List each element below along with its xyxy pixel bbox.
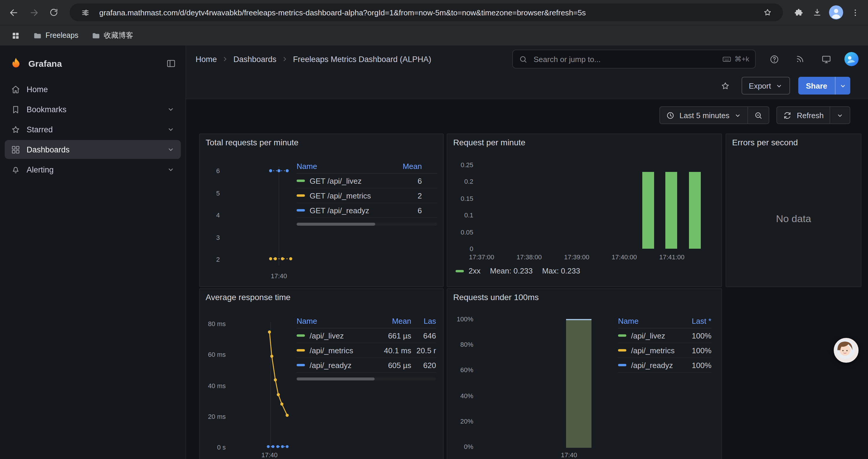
axis-tick: 6: [216, 166, 220, 175]
panel-title[interactable]: Total requests per minute: [200, 134, 443, 147]
apps-grid-icon[interactable]: [7, 27, 24, 44]
series-name[interactable]: GET /api/_readyz: [310, 206, 371, 215]
legend-scrollbar[interactable]: [297, 378, 436, 381]
series-name[interactable]: GET /api/_livez: [310, 176, 371, 185]
series-name[interactable]: 2xx: [469, 266, 480, 275]
series-name[interactable]: /api/_livez: [631, 331, 682, 340]
bar-under-100ms[interactable]: [566, 319, 591, 448]
legend-col-name[interactable]: Name: [297, 162, 371, 170]
legend-row[interactable]: /api/_metrics 100%: [618, 343, 711, 358]
legend-col-name[interactable]: Name: [297, 316, 373, 325]
bookmark-item-freeleaps[interactable]: Freeleaps: [30, 29, 82, 42]
axis-tick: 0.2: [464, 177, 473, 186]
legend-col-last[interactable]: Last *: [682, 316, 711, 325]
legend-item-2xx[interactable]: 2xx: [456, 266, 480, 275]
monitor-icon[interactable]: [818, 52, 834, 67]
chevron-down-icon[interactable]: [167, 145, 175, 154]
legend-row[interactable]: /api/_readyz 100%: [618, 358, 711, 373]
panel-under-100ms[interactable]: Requests under 100ms 100% 80% 60% 40% 20…: [447, 288, 722, 459]
refresh-interval-caret[interactable]: [830, 106, 850, 124]
breadcrumb-dashboards[interactable]: Dashboards: [234, 55, 277, 64]
sidebar-item-bookmarks[interactable]: Bookmarks: [5, 100, 181, 119]
legend-row[interactable]: /api/_livez 100%: [618, 328, 711, 343]
export-button[interactable]: Export: [742, 77, 790, 95]
series-name[interactable]: GET /api/_metrics: [310, 191, 371, 200]
extensions-icon[interactable]: [790, 4, 807, 21]
reload-button[interactable]: [45, 4, 63, 21]
scrollbar-thumb[interactable]: [297, 378, 375, 381]
rss-news-icon[interactable]: [793, 52, 808, 67]
sidebar-item-label: Bookmarks: [27, 105, 66, 114]
panel-errors-per-second[interactable]: Errors per second No data: [725, 133, 862, 287]
series-name[interactable]: /api/_metrics: [631, 346, 682, 355]
legend-col-last[interactable]: Las: [411, 316, 436, 325]
legend-col-mean[interactable]: Mean: [371, 162, 437, 170]
browser-menu-icon[interactable]: [847, 4, 863, 21]
bookmark-star-icon[interactable]: [759, 4, 776, 21]
series-name[interactable]: /api/_livez: [310, 331, 373, 340]
share-button[interactable]: Share: [798, 77, 850, 95]
help-icon[interactable]: [766, 52, 782, 67]
refresh-label: Refresh: [797, 111, 824, 120]
legend-col-name[interactable]: Name: [618, 316, 682, 325]
panel-avg-response-time[interactable]: Average response time 80 ms 60 ms 40 ms …: [199, 288, 444, 459]
share-label[interactable]: Share: [798, 77, 835, 95]
favorite-star-icon[interactable]: [717, 77, 734, 94]
legend-row[interactable]: /api/_readyz 605 µs 620: [297, 358, 436, 373]
legend-row[interactable]: GET /api/_readyz 6: [297, 203, 437, 218]
panel-total-requests[interactable]: Total requests per minute 6 5 4 3 2: [199, 133, 444, 287]
back-icon: [8, 7, 19, 18]
series-swatch: [618, 364, 626, 366]
series-name[interactable]: /api/_readyz: [631, 361, 682, 369]
legend-scrollbar[interactable]: [297, 223, 437, 226]
share-menu-caret[interactable]: [835, 77, 850, 95]
legend-row[interactable]: GET /api/_livez 6: [297, 174, 437, 189]
user-avatar[interactable]: [844, 52, 859, 66]
forward-button[interactable]: [25, 4, 42, 21]
search-input[interactable]: [532, 54, 717, 64]
panel-request-per-minute[interactable]: Request per minute 0.25 0.2 0.15 0.1 0.0…: [447, 133, 722, 287]
chevron-down-icon[interactable]: [167, 105, 175, 113]
sidebar-item-starred[interactable]: Starred: [5, 120, 181, 139]
panel-title[interactable]: Average response time: [200, 289, 443, 302]
panel-title[interactable]: Requests under 100ms: [447, 289, 721, 302]
bar-2xx[interactable]: [642, 172, 654, 249]
time-range-picker[interactable]: Last 5 minutes: [659, 106, 748, 124]
site-settings-icon[interactable]: [77, 4, 93, 21]
assistant-avatar[interactable]: [834, 338, 859, 363]
back-button[interactable]: [5, 4, 23, 21]
legend-row[interactable]: /api/_livez 661 µs 646: [297, 328, 436, 343]
y-axis: 80 ms 60 ms 40 ms 20 ms 0 s: [201, 319, 226, 452]
dock-sidebar-icon[interactable]: [166, 58, 176, 68]
url-bar[interactable]: grafana.mathmast.com/d/deytv4rwavabkb/fr…: [70, 4, 783, 21]
bar-2xx[interactable]: [689, 172, 701, 249]
axis-tick: 0%: [464, 442, 473, 451]
sidebar-item-home[interactable]: Home: [5, 80, 181, 99]
x-axis-tick: 17:40: [252, 451, 287, 458]
y-axis: 6 5 4 3 2: [202, 166, 220, 264]
bar-2xx[interactable]: [665, 172, 677, 249]
legend-row[interactable]: GET /api/_metrics 2: [297, 189, 437, 203]
chevron-down-icon[interactable]: [167, 165, 175, 174]
browser-profile-avatar[interactable]: [829, 5, 843, 20]
legend-inline: 2xx Mean: 0.233 Max: 0.233: [456, 266, 580, 275]
panel-title[interactable]: Request per minute: [447, 134, 721, 147]
bookmark-item-blog[interactable]: 收藏博客: [88, 29, 137, 42]
refresh-button[interactable]: Refresh: [777, 106, 830, 124]
axis-tick: 0: [470, 244, 473, 254]
breadcrumb-home[interactable]: Home: [195, 55, 217, 64]
zoom-out-button[interactable]: [748, 106, 770, 124]
legend-col-mean[interactable]: Mean: [373, 316, 411, 325]
series-name[interactable]: /api/_readyz: [310, 361, 373, 369]
legend-row[interactable]: /api/_metrics 40.1 ms 20.5 r: [297, 343, 436, 358]
downloads-icon[interactable]: [809, 4, 826, 21]
chevron-down-icon[interactable]: [167, 125, 175, 133]
scrollbar-thumb[interactable]: [297, 223, 375, 226]
panel-title[interactable]: Errors per second: [726, 134, 861, 147]
url-text[interactable]: grafana.mathmast.com/d/deytv4rwavabkb/fr…: [99, 8, 753, 17]
sidebar-item-alerting[interactable]: Alerting: [5, 160, 181, 179]
sidebar-item-dashboards[interactable]: Dashboards: [5, 140, 181, 159]
export-label: Export: [749, 81, 771, 90]
search-box[interactable]: ⌘+k: [512, 50, 756, 68]
series-name[interactable]: /api/_metrics: [310, 346, 373, 355]
